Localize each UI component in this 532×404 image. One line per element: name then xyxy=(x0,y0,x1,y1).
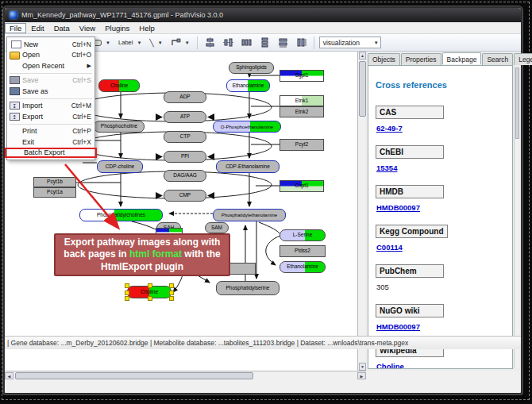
selection-handle[interactable] xyxy=(148,283,152,288)
file-menu-exit[interactable]: Exit Ctrl+X xyxy=(7,137,94,148)
align-center-x-button[interactable] xyxy=(202,36,218,49)
xref-link-wikipedia[interactable]: Choline xyxy=(376,362,512,369)
common-width-icon xyxy=(278,37,288,48)
gene-chpt1[interactable]: Chpt1 xyxy=(279,180,324,192)
node-ppi[interactable]: PPi xyxy=(164,151,206,163)
align-center-y-icon xyxy=(223,37,233,48)
node-ethanolamine-bottom[interactable]: Ethanolamine xyxy=(279,261,326,273)
align-center-x-icon xyxy=(205,37,215,48)
file-menu-save[interactable]: Save Ctrl+S xyxy=(7,75,94,87)
node-atp[interactable]: ATP xyxy=(164,111,206,123)
file-menu-new[interactable]: New Ctrl+N xyxy=(7,39,94,50)
scrollbar-thumb[interactable] xyxy=(15,372,253,379)
file-menu-import[interactable]: ↧ Import Ctrl+M xyxy=(7,101,94,112)
menu-plugins[interactable]: Plugins xyxy=(100,23,134,33)
title-bar[interactable]: Mm_Kennedy_pathway_WP1771_45176.gpml - P… xyxy=(5,8,521,22)
file-menu-print[interactable]: Print Ctrl+P xyxy=(7,126,94,137)
menu-file[interactable]: File xyxy=(5,23,26,33)
scroll-right-icon[interactable]: ▶ xyxy=(357,372,366,379)
scrollbar-thumb[interactable] xyxy=(359,61,366,117)
node-phosphocholine[interactable]: Phosphocholine xyxy=(94,121,145,133)
file-menu-save-as[interactable]: Save as xyxy=(7,86,94,97)
panel-vertical-scrollbar[interactable] xyxy=(514,66,520,368)
selection-handle[interactable] xyxy=(125,290,129,295)
tab-legend[interactable]: Legend xyxy=(514,53,532,65)
side-panel-tabs: Objects Properties Backpage Search Legen… xyxy=(368,53,532,65)
chevron-down-icon: ▼ xyxy=(137,40,141,45)
tab-search[interactable]: Search xyxy=(482,53,513,65)
distribute-vertical-button[interactable] xyxy=(257,36,272,49)
file-menu-open-recent[interactable]: Open Recent ▶ xyxy=(7,60,94,71)
node-cdp-ethanolamine[interactable]: CDP-Ethanolamine xyxy=(216,160,279,173)
menu-help[interactable]: Help xyxy=(134,23,160,33)
xref-link-chebi[interactable]: 15354 xyxy=(376,164,512,172)
selection-handle[interactable] xyxy=(148,296,152,301)
scroll-left-icon[interactable]: ◀ xyxy=(5,372,13,379)
node-cmp[interactable]: CMP xyxy=(164,190,206,202)
scroll-up-icon[interactable]: ▲ xyxy=(359,52,366,60)
distribute-vertical-icon xyxy=(260,37,270,48)
node-choline-bottom-selected[interactable]: Choline xyxy=(127,286,172,298)
xref-link-nugo[interactable]: HMDB00097 xyxy=(376,322,512,331)
new-label-button[interactable]: Label ▼ xyxy=(116,37,144,48)
xref-link-kegg[interactable]: C00114 xyxy=(376,243,512,252)
selection-handle[interactable] xyxy=(125,296,129,301)
gene-pcyt1a[interactable]: Pcyt1a xyxy=(33,187,76,198)
import-icon: ↧ xyxy=(10,102,20,110)
node-sam[interactable]: SAM xyxy=(205,222,229,233)
node-ctp[interactable]: CTP xyxy=(164,131,206,143)
selection-handle[interactable] xyxy=(169,283,174,288)
chevron-down-icon: ▼ xyxy=(106,40,110,45)
gene-box-partially-hidden-2[interactable] xyxy=(227,263,256,275)
common-height-button[interactable] xyxy=(294,36,309,49)
scroll-down-icon[interactable]: ▼ xyxy=(359,363,366,371)
status-text: | Gene database: ...m_Derby_20120602.bri… xyxy=(7,339,408,347)
distribute-horizontal-button[interactable] xyxy=(239,36,254,49)
xref-link-hmdb[interactable]: HMDB00097 xyxy=(376,203,512,212)
selection-handle[interactable] xyxy=(169,290,174,295)
gene-etnk2[interactable]: Etnk2 xyxy=(279,106,324,117)
file-menu-batch-export[interactable]: Batch Export xyxy=(5,148,97,159)
file-menu-open[interactable]: Open Ctrl+O xyxy=(7,50,94,61)
xref-source-cas: CAS xyxy=(376,106,444,119)
node-ethanolamine-top[interactable]: Ethanolamine xyxy=(226,79,270,92)
tab-objects[interactable]: Objects xyxy=(368,53,400,65)
visualization-combobox[interactable]: visualization ▼ xyxy=(319,37,381,48)
gene-etnk1[interactable]: Etnk1 xyxy=(279,95,324,106)
xref-link-cas[interactable]: 62-49-7 xyxy=(376,124,512,133)
node-choline-top[interactable]: Choline xyxy=(98,79,140,92)
scrollbar-thumb[interactable] xyxy=(515,67,519,139)
node-o-phosphoethanolamine[interactable]: O-Phosphoethanolamine xyxy=(213,121,281,133)
common-width-button[interactable] xyxy=(276,36,291,49)
tab-properties[interactable]: Properties xyxy=(401,53,441,65)
node-phosphatidylserine[interactable]: Phosphatidylserine xyxy=(216,281,279,295)
menu-edit[interactable]: Edit xyxy=(26,23,48,33)
new-line-button[interactable]: ╲ ▼ xyxy=(147,37,164,48)
pathvisio-window: Mm_Kennedy_pathway_WP1771_45176.gpml - P… xyxy=(3,6,522,394)
align-center-y-button[interactable] xyxy=(221,36,236,49)
gene-ptdss2[interactable]: Ptdss2 xyxy=(279,245,326,257)
tab-backpage[interactable]: Backpage xyxy=(442,52,482,64)
canvas-vertical-scrollbar[interactable]: ▲ ▼ xyxy=(357,52,366,371)
menu-view[interactable]: View xyxy=(75,23,100,33)
new-connector-button[interactable]: ▼ xyxy=(168,36,192,49)
gene-sgpl1[interactable]: Sgpl1 xyxy=(279,70,324,82)
node-phosphatidylethanolamine[interactable]: Phosphatidylethanolamine xyxy=(213,209,286,221)
selection-handle[interactable] xyxy=(169,296,174,301)
menu-bar: File Edit Data View Plugins Help xyxy=(5,22,521,34)
node-sphingolipids[interactable]: Sphingolipids xyxy=(229,62,274,74)
gene-pcyt2[interactable]: Pcyt2 xyxy=(279,139,324,151)
node-l-serine[interactable]: L-Serine xyxy=(279,229,326,241)
file-menu-export[interactable]: ↥ Export Ctrl+E xyxy=(7,111,94,122)
node-cdp-choline[interactable]: CDP-choline xyxy=(97,160,143,173)
canvas-horizontal-scrollbar[interactable]: ◀ ▶ xyxy=(5,371,366,379)
node-phosphatidylcholines[interactable]: Phosphatidylcholines xyxy=(79,209,163,221)
node-dag-aag[interactable]: DAG/AAG xyxy=(164,170,206,182)
selection-handle[interactable] xyxy=(125,283,129,288)
menu-separator xyxy=(10,73,92,74)
gene-pcyt1b[interactable]: Pcyt1b xyxy=(33,177,76,187)
node-adp[interactable]: ADP xyxy=(164,91,206,103)
chevron-down-icon: ▼ xyxy=(374,40,379,45)
menu-data[interactable]: Data xyxy=(49,23,75,33)
new-document-icon xyxy=(11,40,21,48)
